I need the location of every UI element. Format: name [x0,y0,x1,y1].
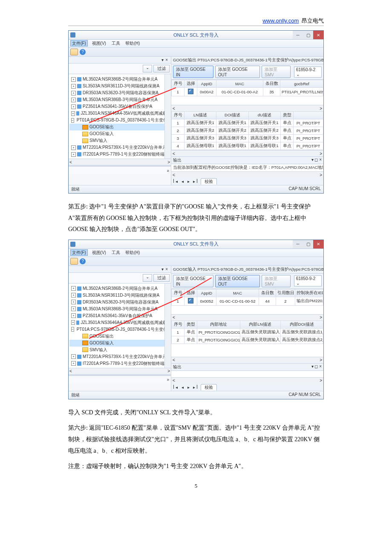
menubar: 文件(F) 视图(V) 工具 帮助(H) [69,40,323,48]
titlebar[interactable]: ONLLY SCL 文件导入 ─ ▢ ✕ [69,240,323,249]
row-checkbox[interactable] [188,89,193,94]
table-row: 10x005201-0C-CD-01-00-52442输出自PM2201A-WM… [172,297,323,305]
row-checkbox[interactable] [188,298,193,304]
table-row: 1跳高压侧开关1跳高压侧开关1跳高压侧开关1单点PI_PROT/PT [172,119,323,127]
minimize-button[interactable]: ─ [293,31,303,39]
bottom-grid[interactable]: 序号类型内部地址内部LN描述内部DOI描述 1单点PI_PROT/GOINGGI… [171,321,323,363]
filter-button[interactable]: 过滤 [153,274,170,282]
tree-smv-in[interactable]: SMV输入 [89,347,107,353]
menu-tools[interactable]: 工具 [110,250,121,255]
menubar: 文件(F) 视图(V) 工具 帮助(H) [69,249,323,257]
help-icon[interactable]: ? [80,258,86,264]
filter-dropdown[interactable]: ⌄ [143,65,152,72]
tree-goose-in[interactable]: GOOSE输入 [89,131,114,137]
status-ready: 就绪 [71,392,80,398]
status-caps: CAP NUM SCRL [289,392,321,398]
expand-icon[interactable]: » [167,377,169,382]
filter-dropdown[interactable]: ⌄ [143,274,152,282]
output-pin-icon[interactable]: ▾ ◻ × [311,157,322,163]
top-grid[interactable]: 序号选择AppIDMAC条目数gocbRef 10x00A201-0C-CD-0… [171,80,323,111]
scl-import-window-2: ONLLY SCL 文件导入 ─ ▢ ✕ 文件(F) 视图(V) 工具 帮助(H… [68,240,324,399]
toolbar: ? [69,257,323,266]
table-row: 10x00A201-0C-CD-01-00-A235PT01API_PROT/L… [172,88,323,96]
nav-first-icon[interactable]: ꟾ◂ ◂ ▸ ▸ꟾ [173,385,199,390]
table-row: 2跳高压侧开关2跳高压侧开关2跳高压侧开关2单点PI_PROT/PT [172,127,323,135]
paragraph-import-done: 导入 SCD 文件完成，关闭"ONLLY SCL 文件导入"菜单。 [68,407,324,419]
add-goose-in-button[interactable]: 添加至 GOOSE IN [173,275,213,287]
menu-help[interactable]: 帮助(H) [124,250,141,255]
app-icon [70,32,75,38]
tree-hscrollbar[interactable]: <> [69,368,171,374]
tree-hscrollbar[interactable]: <> [69,159,171,165]
menu-help[interactable]: 帮助(H) [124,40,141,46]
menu-view[interactable]: 视图(V) [91,40,107,46]
filter-button[interactable]: 过滤 [153,65,170,72]
grid-hscrollbar[interactable]: <> [171,314,323,321]
menu-view[interactable]: 视图(V) [91,250,107,255]
app-icon [70,242,75,247]
open-icon[interactable] [70,49,78,55]
table-row: 2单点PI_PROT/GOINGGIO1.SPCSO2.stVal高压侧失灵联跳… [172,336,323,344]
table-row: 4跳高压侧母联1跳高压侧母联1跳高压侧母联1单点PI_PROT/PT [172,142,323,150]
header-link[interactable]: www.onlly.com [262,17,299,24]
maximize-button[interactable]: ▢ [303,31,313,39]
tree-smv-in[interactable]: SMV输入 [89,138,107,144]
menu-file[interactable]: 文件(F) [70,249,88,256]
window-title: ONLLY SCL 文件导入 [173,241,219,247]
menu-file[interactable]: 文件(F) [70,40,88,46]
device-tree[interactable]: +ML3502A:NSR386B-2号间隔合并单元A +SL3503A:NSR3… [69,283,171,368]
paragraph-step6: 第六步: 返回"IEC-61850 配置"菜单，设置"SMV 配置"页面。选中"… [68,422,324,457]
tree-pane: ▾× ⌄ 过滤 +ML3502A:NSR386B-2号间隔合并单元A +SL35… [69,57,171,185]
output-hscrollbar[interactable]: <> [171,377,323,384]
table-row: 1单点PI_PROT/GOINGGIO1.SPCSO1.stVal高压侧失灵联跳… [172,328,323,336]
bottom-grid[interactable]: 序号LN描述DOI描述dU描述类型 1跳高压侧开关1跳高压侧开关1跳高压侧开关1… [171,111,323,156]
status-caps: CAP NUM SCRL [289,186,321,192]
titlebar[interactable]: ONLLY SCL 文件导入 ─ ▢ ✕ [69,31,323,40]
standard-combo[interactable]: 61850-9-2 ⌄ [294,66,322,78]
close-button[interactable]: ✕ [313,240,323,249]
help-icon[interactable]: ? [80,49,86,55]
add-smv-button: 添加至 SMV [262,275,290,287]
grid-hscrollbar[interactable]: <> [171,150,323,156]
add-goose-out-button[interactable]: 添加至 GOOSE OUT [215,275,260,287]
scl-import-window-1: ONLLY SCL 文件导入 ─ ▢ ✕ 文件(F) 视图(V) 工具 帮助(H… [68,30,324,194]
close-button[interactable]: ✕ [313,31,323,39]
page-header: www.onlly.com 昂立电气 [68,17,324,26]
top-grid[interactable]: 序号选择AppIDMAC条目数引用数目控制块所在IED 10x005201-0C… [171,289,323,321]
paragraph-note: 注意：虚端子映射时，确认控制块为"1 号主变 220KV 合并单元 A"。 [68,461,324,472]
context-info: GOOSE输出 PT01A:PCS-978GB-D-JS_00378436-1号… [171,57,323,64]
tab-verify[interactable]: 校验 [201,384,217,390]
minimize-button[interactable]: ─ [293,240,303,249]
open-icon[interactable] [70,258,78,265]
header-brand: 昂立电气 [300,17,324,24]
window-title: ONLLY SCL 文件导入 [173,32,219,38]
page-number: 5 [68,483,324,489]
nav-first-icon[interactable]: ꟾ◂ ◂ ▸ ▸ꟾ [173,179,199,184]
output-title: 输出 [173,157,182,163]
tree-goose-in[interactable]: GOOSE输入 [89,340,114,346]
output-text: 当前添加到配置程序的GOOSE控制块是：IED名字：PT01A,APPID:00… [171,164,323,171]
output-title: 输出 [173,364,182,370]
tree-vscrollbar[interactable] [164,283,171,368]
device-tree[interactable]: +ML3502A:NSR386B-2号间隔合并单元A +SL3503A:NSR3… [69,74,171,159]
toolbar: ? [69,48,323,57]
expand-icon[interactable]: » [167,168,169,173]
pane-close-icon[interactable]: × [164,58,170,62]
standard-combo[interactable]: 61850-9-2 ⌄ [294,275,322,286]
menu-tools[interactable]: 工具 [110,40,121,46]
tree-pane: ▾× ⌄ 过滤 +ML3502A:NSR386B-2号间隔合并单元A +SL35… [69,266,171,391]
add-goose-in-button[interactable]: 添加至 GOOSE IN [173,66,213,78]
add-smv-button: 添加至 SMV [262,66,290,78]
add-goose-out-button[interactable]: 添加至 GOOSE OUT [215,66,260,78]
status-ready: 就绪 [71,186,80,192]
output-hscrollbar[interactable]: <> [171,171,323,178]
tree-vscrollbar[interactable] [164,74,171,159]
grid-hscrollbar[interactable]: <> [171,357,323,363]
output-text [171,371,323,377]
grid-hscrollbar[interactable]: <> [171,105,323,111]
output-pin-icon[interactable]: ▾ ◻ × [311,364,322,370]
tab-verify[interactable]: 校验 [201,178,217,185]
maximize-button[interactable]: ▢ [303,240,313,249]
tree-goose-out[interactable]: GOOSE输出 [89,124,114,130]
pane-close-icon[interactable]: × [164,267,170,272]
